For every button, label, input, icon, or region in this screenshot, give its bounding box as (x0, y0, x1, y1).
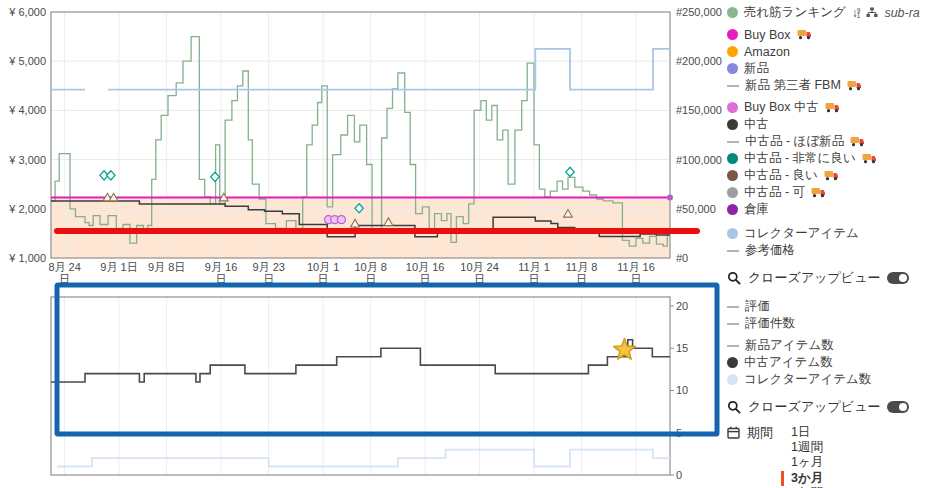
legend-item-label: 中古品 - 良い (744, 167, 818, 184)
truck-icon (847, 80, 862, 91)
truck-icon (850, 136, 865, 147)
legend-item[interactable]: 評価件数 (727, 315, 941, 332)
date-axis-label: 10月 1 (307, 261, 339, 273)
very-good-diamond (566, 167, 574, 176)
legend-item[interactable]: 中古品 - 可 (727, 184, 941, 201)
date-axis-label: 10月 16 (406, 261, 445, 273)
rank-axis-label: #50,000 (676, 203, 716, 215)
closeup-toggle-row-2[interactable]: クローズアップビュー (727, 397, 941, 417)
legend-item[interactable]: コレクターアイテム数 (727, 371, 941, 388)
legend-item-label: Amazon (744, 45, 790, 59)
legend-dot-icon (727, 102, 738, 113)
legend-item-label: 中古品 - ほぼ新品 (745, 133, 844, 150)
date-axis-label: 10月 24 (460, 261, 499, 273)
date-axis-label: 11月 16 (617, 261, 655, 273)
legend-dot-icon (727, 7, 738, 18)
closeup-label: クローズアップビュー (748, 269, 880, 287)
legend-item[interactable]: Amazon (727, 43, 941, 60)
legend-item[interactable]: 中古品 - ほぼ新品 (727, 133, 941, 150)
search-icon (727, 400, 741, 414)
price-axis-label: ¥ 3,000 (8, 154, 46, 166)
period-option-1ヶ月[interactable]: 1ヶ月 (781, 455, 823, 470)
legend-item-label: コレクターアイテム数 (744, 371, 871, 388)
price-axis-label: ¥ 5,000 (8, 55, 46, 67)
count-axis-label: 10 (676, 384, 688, 396)
legend-item[interactable]: 新品 第三者 FBM (727, 77, 941, 94)
legend-item-label: 倉庫 (744, 201, 769, 218)
legend-item-label: 新品 (744, 60, 769, 77)
date-axis-label: 8月 24 (48, 261, 80, 273)
closeup-label: クローズアップビュー (748, 398, 880, 416)
date-axis-label: 9月 16 (205, 261, 237, 273)
price-axis-label: ¥ 4,000 (8, 104, 46, 116)
legend-item-label: 参考価格 (745, 242, 795, 259)
very-good-diamond (211, 172, 219, 181)
legend-item-label: 新品アイテム数 (745, 337, 834, 354)
legend-item[interactable]: 中古品 - 良い (727, 167, 941, 184)
legend-dash-icon (727, 306, 739, 308)
count-legend: 評価評価件数新品アイテム数中古アイテム数コレクターアイテム数 (727, 298, 941, 388)
period-option-1日[interactable]: 1日 (781, 425, 823, 440)
period-option-3か月[interactable]: 3か月 (781, 471, 823, 486)
legend-item[interactable]: Buy Box 中古 (727, 99, 941, 116)
legend-item[interactable]: 中古 (727, 116, 941, 133)
legend-item-label: 中古 (744, 116, 769, 133)
price-axis-label: ¥ 1,000 (8, 252, 46, 264)
closeup-switch[interactable] (887, 272, 909, 284)
sub-ranks-label: sub-ra (884, 6, 919, 20)
legend-item-label: Buy Box 中古 (744, 99, 819, 116)
legend-item[interactable]: 新品 (727, 60, 941, 77)
legend-item[interactable]: 中古アイテム数 (727, 354, 941, 371)
count-axis-label: 0 (676, 469, 682, 481)
buybox-line-end-dot (667, 194, 673, 200)
legend-dot-icon (727, 29, 738, 40)
date-axis-label: 10月 8 (354, 261, 386, 273)
closeup-toggle-row-1[interactable]: クローズアップビュー (727, 268, 941, 288)
legend-dot-icon (727, 187, 738, 198)
legend-item[interactable]: コレクターアイテム (727, 225, 941, 242)
closeup-switch[interactable] (887, 401, 909, 413)
legend-item[interactable]: 参考価格 (727, 242, 941, 259)
legend-item-label: Buy Box (744, 28, 791, 42)
legend-item[interactable]: 売れ筋ランキング↓91sub-ra (727, 4, 941, 21)
sitemap-icon (866, 7, 878, 18)
legend-item-label: 中古品 - 非常に良い (744, 150, 856, 167)
rank-axis-label: #250,000 (676, 6, 722, 18)
legend-dot-icon (727, 204, 738, 215)
legend-dash-icon (727, 141, 739, 143)
legend-dot-icon (727, 170, 738, 181)
legend-dash-icon (727, 323, 739, 325)
period-selector: 期間 1日1週間1ヶ月3か月1年間 (727, 425, 941, 488)
legend-item[interactable]: 評価 (727, 298, 941, 315)
calendar-icon (727, 426, 740, 439)
period-option-1週間[interactable]: 1週間 (781, 440, 823, 455)
truck-icon (825, 102, 840, 113)
date-axis-label: 11月 8 (566, 261, 598, 273)
legend-dot-icon (727, 119, 738, 130)
truck-icon (862, 153, 877, 164)
search-icon (727, 271, 741, 285)
collector-price-b-line (108, 49, 670, 90)
legend-item[interactable]: 倉庫 (727, 201, 941, 218)
legend-dot-icon (727, 228, 738, 239)
count-axis-label: 15 (676, 342, 688, 354)
date-axis-label: 9月 8日 (148, 261, 185, 273)
legend-dot-icon (727, 63, 738, 74)
legend-item[interactable]: 中古品 - 非常に良い (727, 150, 941, 167)
legend-panel: 売れ筋ランキング↓91sub-raBuy BoxAmazon新品新品 第三者 F… (727, 4, 941, 488)
rank-axis-label: #100,000 (676, 154, 722, 166)
legend-dot-icon (727, 357, 738, 368)
buybox-used-circle (337, 216, 345, 224)
sort-numeric-icon[interactable]: ↓91 (852, 8, 861, 18)
keepa-price-chart-app: ¥ 6,000¥ 5,000¥ 4,000¥ 3,000¥ 2,000¥ 1,0… (0, 0, 943, 488)
legend-item[interactable]: Buy Box (727, 26, 941, 43)
legend-dash-icon (727, 85, 739, 87)
legend-dot-icon (727, 153, 738, 164)
price-legend: 売れ筋ランキング↓91sub-raBuy BoxAmazon新品新品 第三者 F… (727, 4, 941, 259)
legend-item-label: コレクターアイテム (744, 225, 859, 242)
legend-item-label: 評価件数 (745, 315, 795, 332)
rank-axis-label: #150,000 (676, 104, 722, 116)
legend-item-label: 売れ筋ランキング (744, 4, 846, 21)
count-axis-label: 20 (676, 300, 688, 312)
legend-item[interactable]: 新品アイテム数 (727, 337, 941, 354)
